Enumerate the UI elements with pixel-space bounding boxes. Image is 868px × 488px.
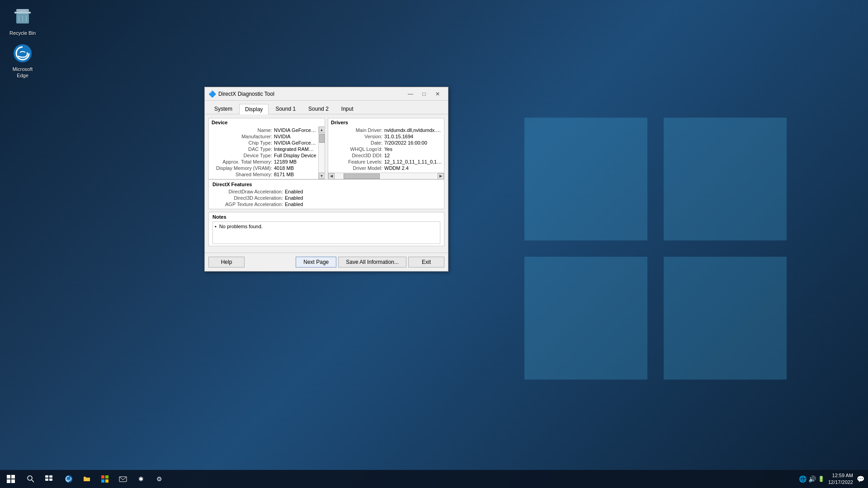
task-view-button[interactable]: [40, 470, 58, 488]
taskbar-mail-button[interactable]: [114, 470, 132, 488]
device-manufacturer-row: Manufacturer: NVIDIA: [211, 134, 316, 139]
edge-icon: [12, 42, 33, 64]
hscroll-right-button[interactable]: ▶: [438, 173, 444, 179]
tab-input[interactable]: Input: [335, 103, 359, 114]
taskbar-date-display: 12/17/2022: [828, 479, 853, 486]
svg-rect-14: [11, 475, 15, 479]
next-page-button[interactable]: Next Page: [296, 257, 336, 267]
svg-rect-11: [26, 10, 28, 12]
feature-agp-label: AGP Texture Acceleration:: [212, 202, 285, 207]
svg-rect-15: [7, 479, 10, 483]
driver-ddi-label: Direct3D DDI:: [330, 153, 384, 158]
svg-rect-3: [664, 257, 787, 380]
tab-sound1[interactable]: Sound 1: [269, 103, 302, 114]
scroll-up-button[interactable]: ▲: [319, 127, 325, 133]
taskbar-app1-button[interactable]: ✱: [132, 470, 150, 488]
start-button[interactable]: [0, 470, 22, 488]
driver-whql-row: WHQL Logo'd: Yes: [330, 146, 442, 152]
window-content: Device Name: NVIDIA GeForce GTX 1050 Ti …: [205, 114, 448, 253]
driver-main-row: Main Driver: nvldumdx.dll,nvldumdx.dll,n…: [330, 127, 442, 133]
taskbar-edge-button[interactable]: [60, 470, 78, 488]
footer-spacer: [246, 257, 294, 267]
taskbar-network-icon[interactable]: 🌐: [799, 475, 807, 483]
device-header: Device: [209, 118, 325, 127]
device-dac-label: DAC Type:: [211, 146, 274, 152]
svg-rect-2: [524, 257, 647, 380]
exit-button[interactable]: Exit: [408, 257, 444, 267]
taskbar-notification-icon[interactable]: 💬: [857, 475, 864, 483]
driver-date-row: Date: 7/20/2022 16:00:00: [330, 140, 442, 145]
device-total-mem-label: Approx. Total Memory:: [211, 159, 274, 164]
device-total-mem-row: Approx. Total Memory: 12189 MB: [211, 159, 316, 164]
notes-box: • No problems found.: [212, 221, 440, 244]
driver-main-value: nvldumdx.dll,nvldumdx.dll,nvldumdx.c: [384, 127, 442, 133]
svg-rect-13: [7, 475, 10, 479]
device-manufacturer-label: Manufacturer:: [211, 134, 274, 139]
taskbar-clock[interactable]: 12:59 AM 12/17/2022: [828, 472, 853, 486]
directx-window: 🔷 DirectX Diagnostic Tool — □ ✕ System D…: [204, 87, 448, 272]
driver-model-label: Driver Model:: [330, 165, 384, 171]
taskbar-app2-button[interactable]: ⚙: [150, 470, 168, 488]
taskbar-store-button[interactable]: [96, 470, 114, 488]
driver-version-row: Version: 31.0.15.1694: [330, 134, 442, 139]
drivers-hscrollbar[interactable]: ◀ ▶: [328, 173, 444, 179]
edge-label: Microsoft Edge: [6, 66, 39, 79]
feature-directdraw-label: DirectDraw Acceleration:: [212, 189, 285, 194]
driver-version-value: 31.0.15.1694: [384, 134, 442, 139]
minimize-button[interactable]: —: [404, 89, 417, 99]
driver-model-value: WDDM 2.4: [384, 165, 442, 171]
notes-section: Notes • No problems found.: [208, 212, 444, 246]
close-button[interactable]: ✕: [431, 89, 444, 99]
device-type-value: Full Display Device: [274, 153, 316, 158]
help-button[interactable]: Help: [208, 257, 245, 267]
device-name-value: NVIDIA GeForce GTX 1050 Ti: [274, 127, 316, 133]
device-name-label: Name:: [211, 127, 274, 133]
notes-content: • No problems found.: [215, 224, 438, 229]
desktop-icon-recycle-bin[interactable]: Recycle Bin: [5, 5, 41, 38]
hscroll-thumb[interactable]: [344, 174, 380, 179]
svg-rect-26: [101, 479, 104, 483]
taskbar-files-button[interactable]: [78, 470, 96, 488]
search-taskbar-button[interactable]: [22, 470, 40, 488]
driver-main-label: Main Driver:: [330, 127, 384, 133]
device-vram-value: 4018 MB: [274, 165, 316, 171]
notes-text: No problems found.: [219, 224, 263, 229]
hscroll-left-button[interactable]: ◀: [328, 173, 335, 179]
recycle-bin-label: Recycle Bin: [9, 30, 36, 36]
device-shared-mem-label: Shared Memory:: [211, 172, 274, 177]
hscroll-track: [335, 173, 438, 179]
scroll-thumb[interactable]: [319, 134, 325, 143]
feature-directdraw-value: Enabled: [285, 189, 303, 194]
svg-rect-24: [101, 475, 104, 479]
device-shared-mem-value: 8171 MB: [274, 172, 316, 177]
device-vram-label: Display Memory (VRAM):: [211, 165, 274, 171]
svg-rect-10: [17, 10, 19, 12]
drivers-panel: Drivers Main Driver: nvldumdx.dll,nvldum…: [328, 118, 444, 179]
driver-model-row: Driver Model: WDDM 2.4: [330, 165, 442, 171]
device-dac-row: DAC Type: Integrated RAMDAC: [211, 146, 316, 152]
driver-date-label: Date:: [330, 140, 384, 145]
tab-system[interactable]: System: [208, 103, 238, 114]
desktop-icon-edge[interactable]: Microsoft Edge: [5, 41, 41, 81]
tab-display[interactable]: Display: [239, 104, 269, 114]
feature-direct3d-label: Direct3D Acceleration:: [212, 195, 285, 201]
device-scrollbar[interactable]: ▲ ▼: [318, 127, 325, 179]
save-all-button[interactable]: Save All Information...: [338, 257, 406, 267]
taskbar-app-icons: ✱ ⚙: [60, 470, 168, 488]
taskbar: ✱ ⚙ 🌐 🔊 🔋 12:59 AM 12/17/2022 💬: [0, 470, 868, 488]
device-shared-mem-row: Shared Memory: 8171 MB: [211, 172, 316, 177]
device-type-label: Device Type:: [211, 153, 274, 158]
driver-whql-label: WHQL Logo'd:: [330, 146, 384, 152]
device-panel: Device Name: NVIDIA GeForce GTX 1050 Ti …: [208, 118, 325, 179]
svg-rect-25: [105, 475, 108, 479]
notes-bullet-symbol: •: [215, 224, 217, 229]
device-dac-value: Integrated RAMDAC: [274, 146, 316, 152]
scroll-down-button[interactable]: ▼: [319, 173, 325, 179]
device-chip-row: Chip Type: NVIDIA GeForce GTX 1050 Ti: [211, 140, 316, 145]
svg-rect-19: [45, 475, 48, 478]
tab-sound2[interactable]: Sound 2: [302, 103, 335, 114]
device-type-row: Device Type: Full Display Device: [211, 153, 316, 158]
taskbar-battery-icon[interactable]: 🔋: [818, 476, 825, 482]
maximize-button[interactable]: □: [417, 89, 431, 99]
taskbar-volume-icon[interactable]: 🔊: [808, 475, 816, 483]
